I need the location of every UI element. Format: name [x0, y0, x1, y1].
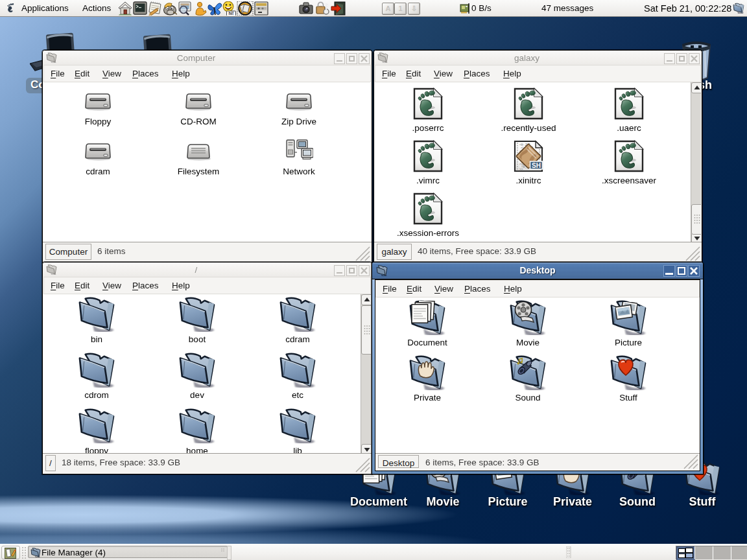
- svg-text:hi!: hi!: [229, 11, 234, 16]
